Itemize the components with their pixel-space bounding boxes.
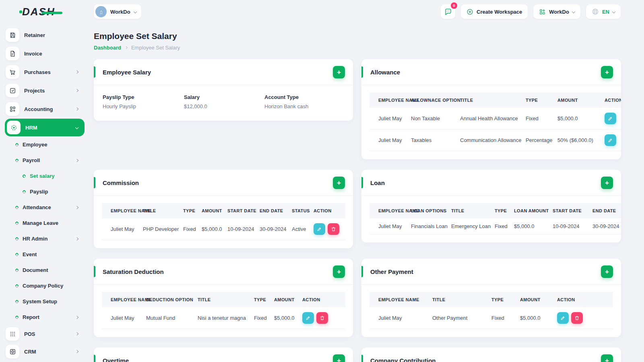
bullet-icon [22,189,26,194]
workspace-selector[interactable]: WorkDo [94,4,141,19]
cell: Fixed [183,218,202,240]
messages-button[interactable]: 0 [441,4,455,19]
cell: Juliet May [369,130,411,151]
plus-icon: + [337,268,341,275]
topbar-actions: 0 Create Workspace WorkDo [441,4,621,19]
trash-icon [574,315,580,321]
edit-button[interactable] [314,223,325,235]
sidebar-subitem-system-setup[interactable]: System Setup [5,294,85,309]
edit-button[interactable] [557,312,569,324]
column-header: TYPE [495,203,514,218]
column-header: ACTION [605,93,621,108]
sidebar-item-accounting[interactable]: Accounting [5,100,85,118]
add-other-payment-button[interactable]: + [601,265,613,278]
workspace-name: WorkDo [110,9,130,15]
sidebar-subitem-payslip[interactable]: Payslip [5,184,85,200]
sidebar-subitem-company-policy[interactable]: Company Policy [5,278,85,294]
card-accent-bar [94,266,95,277]
workspace-avatar [95,6,107,17]
cell: Taxables [411,130,460,151]
plus-icon: + [337,357,341,362]
loan-table: EMPLOYEE NAME LOAN OPTIONS TITLE TYPE LO… [369,203,621,234]
card-title: Commission [103,179,139,186]
column-header: AMOUNT [557,93,605,108]
breadcrumb-dashboard-link[interactable]: Dashboard [94,45,121,51]
sidebar-item-crm[interactable]: CRM [5,343,85,360]
table-row: Juliet May Non Taxable Annual Health All… [369,108,621,130]
column-header: EMPLOYEE NAME [102,203,143,218]
sidebar-item-invoice[interactable]: Invoice [5,44,85,63]
workspace-dropdown[interactable]: WorkDo [533,4,580,19]
bullet-icon [14,299,19,304]
add-overtime-button[interactable]: + [333,354,345,362]
sidebar-item-purchases[interactable]: Purchases [5,63,85,81]
chevron-down-icon [133,10,136,13]
add-saturation-deduction-button[interactable]: + [333,265,345,278]
cell: Other Payment [432,307,491,329]
dash-logo[interactable]: DASH [22,6,55,18]
messages-count-badge: 0 [451,2,457,9]
cell: PHP Developer [143,218,183,240]
sidebar-subitem-employee[interactable]: Employee [5,137,85,152]
card-accent-bar [361,66,363,78]
cell: Non Taxable [411,108,460,130]
delete-button[interactable] [571,312,583,324]
cell: Annual Health Allowance [460,108,526,130]
sidebar-subitem-manage-leave[interactable]: Manage Leave [5,215,85,231]
chat-icon [444,8,452,16]
sidebar-item-hrm[interactable]: HRM [5,119,85,136]
logo-area: DASH [0,6,94,18]
column-header: ACTION [314,203,345,218]
sidebar-item-pos[interactable]: POS [5,325,85,343]
commission-card: Commission + EMPLOYEE NAME TITLE TYPE AM… [94,170,353,248]
field-account-type: Account Type Horizon Bank cash [264,94,343,109]
sidebar-subitem-set-salary[interactable]: Set salary [5,168,85,184]
sidebar: Retainer Invoice Purchases [0,23,94,362]
cell: 30-09-2024 [592,218,621,234]
bullet-icon [14,142,19,147]
sidebar-subitem-attendance[interactable]: Attendance [5,200,85,215]
app-root: DASH WorkDo [0,0,644,362]
delete-button[interactable] [328,223,339,235]
pencil-icon [608,138,613,143]
plus-icon: + [337,69,341,76]
cell: Fixed [495,218,514,234]
chevron-down-icon [612,10,615,13]
sidebar-subitem-event[interactable]: Event [5,247,85,262]
workspace-grid-icon [539,8,546,15]
sidebar-subitem-payroll[interactable]: Payroll [5,152,85,168]
create-workspace-button[interactable]: Create Workspace [461,4,528,19]
sidebar-subitem-report[interactable]: Report [5,309,85,325]
column-header: TITLE [460,93,526,108]
card-accent-bar [361,266,363,277]
add-employee-salary-button[interactable]: + [333,66,345,78]
check-square-icon [9,87,16,94]
sidebar-subitem-document[interactable]: Document [5,262,85,278]
cell: Fixed [526,108,557,130]
add-commission-button[interactable]: + [333,177,345,189]
add-allowance-button[interactable]: + [601,66,613,78]
chevron-down-icon [75,126,78,129]
add-company-contribution-button[interactable]: + [601,354,613,362]
edit-button[interactable] [302,312,314,324]
delete-button[interactable] [316,312,328,324]
sidebar-item-retainer[interactable]: Retainer [5,26,85,44]
edit-button[interactable] [605,113,616,124]
column-header: LOAN AMOUNT [514,203,553,218]
card-accent-bar [361,355,363,362]
cell: Emergency Loan [451,218,495,234]
company-contribution-card: Company Contribution + [361,348,621,362]
building-icon [98,9,104,15]
circle-plus-icon [466,8,473,15]
language-selector[interactable]: EN [586,4,621,19]
workspace-dropdown-label: WorkDo [549,9,569,15]
hrm-icon [10,124,17,131]
chevron-right-icon [75,158,78,162]
sidebar-item-projects[interactable]: Projects [5,81,85,100]
column-header: ALLOWNACE OPTION [411,93,460,108]
sidebar-subitem-hr-admin[interactable]: HR Admin [5,231,85,247]
add-loan-button[interactable]: + [601,177,613,189]
edit-button[interactable] [605,134,616,146]
bullet-icon [22,174,26,178]
logo-dot-accent [19,10,22,13]
